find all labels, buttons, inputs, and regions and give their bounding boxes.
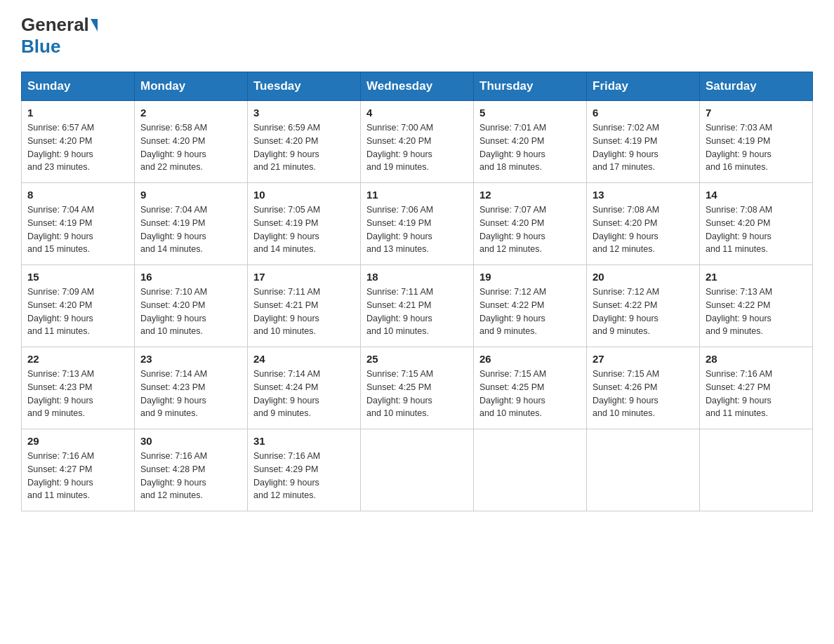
day-cell-1: 1Sunrise: 6:57 AMSunset: 4:20 PMDaylight… <box>22 101 135 183</box>
week-row-2: 8Sunrise: 7:04 AMSunset: 4:19 PMDaylight… <box>22 183 813 265</box>
day-info: Sunrise: 7:15 AMSunset: 4:25 PMDaylight:… <box>366 368 468 420</box>
day-info: Sunrise: 7:04 AMSunset: 4:19 PMDaylight:… <box>140 203 241 256</box>
day-cell-7: 7Sunrise: 7:03 AMSunset: 4:19 PMDaylight… <box>700 101 813 183</box>
header: General Blue <box>21 14 813 58</box>
day-cell-18: 18Sunrise: 7:11 AMSunset: 4:21 PMDayligh… <box>361 265 474 347</box>
day-info: Sunrise: 7:05 AMSunset: 4:19 PMDaylight:… <box>253 203 355 256</box>
empty-cell <box>361 429 474 511</box>
day-cell-20: 20Sunrise: 7:12 AMSunset: 4:22 PMDayligh… <box>587 265 700 347</box>
day-number: 14 <box>706 189 807 201</box>
day-number: 22 <box>27 353 128 365</box>
weekday-header-saturday: Saturday <box>700 72 813 101</box>
day-info: Sunrise: 7:12 AMSunset: 4:22 PMDaylight:… <box>479 286 581 338</box>
day-info: Sunrise: 7:14 AMSunset: 4:23 PMDaylight:… <box>140 368 241 420</box>
day-number: 15 <box>27 271 128 283</box>
week-row-1: 1Sunrise: 6:57 AMSunset: 4:20 PMDaylight… <box>22 101 813 183</box>
day-number: 24 <box>253 353 355 365</box>
day-number: 27 <box>593 353 694 365</box>
day-number: 25 <box>366 353 468 365</box>
day-info: Sunrise: 7:11 AMSunset: 4:21 PMDaylight:… <box>253 286 355 338</box>
day-cell-8: 8Sunrise: 7:04 AMSunset: 4:19 PMDaylight… <box>22 183 135 265</box>
day-info: Sunrise: 7:15 AMSunset: 4:26 PMDaylight:… <box>593 368 694 420</box>
day-number: 9 <box>140 189 241 201</box>
day-cell-15: 15Sunrise: 7:09 AMSunset: 4:20 PMDayligh… <box>22 265 135 347</box>
day-info: Sunrise: 6:58 AMSunset: 4:20 PMDaylight:… <box>140 121 241 174</box>
day-info: Sunrise: 7:15 AMSunset: 4:25 PMDaylight:… <box>479 368 581 420</box>
weekday-header-sunday: Sunday <box>22 72 135 101</box>
day-cell-24: 24Sunrise: 7:14 AMSunset: 4:24 PMDayligh… <box>248 347 361 429</box>
logo: General Blue <box>21 14 99 58</box>
day-number: 31 <box>253 435 355 447</box>
calendar-header: SundayMondayTuesdayWednesdayThursdayFrid… <box>22 72 813 101</box>
day-info: Sunrise: 7:16 AMSunset: 4:27 PMDaylight:… <box>27 450 128 502</box>
logo-blue-text: Blue <box>21 36 60 58</box>
day-info: Sunrise: 7:13 AMSunset: 4:23 PMDaylight:… <box>27 368 128 420</box>
day-info: Sunrise: 7:02 AMSunset: 4:19 PMDaylight:… <box>593 121 694 174</box>
day-info: Sunrise: 7:16 AMSunset: 4:27 PMDaylight:… <box>706 368 807 420</box>
day-info: Sunrise: 7:01 AMSunset: 4:20 PMDaylight:… <box>479 121 581 174</box>
day-info: Sunrise: 7:03 AMSunset: 4:19 PMDaylight:… <box>706 121 807 174</box>
weekday-header-wednesday: Wednesday <box>361 72 474 101</box>
day-cell-22: 22Sunrise: 7:13 AMSunset: 4:23 PMDayligh… <box>22 347 135 429</box>
day-number: 13 <box>593 189 694 201</box>
day-number: 21 <box>706 271 807 283</box>
day-cell-21: 21Sunrise: 7:13 AMSunset: 4:22 PMDayligh… <box>700 265 813 347</box>
day-cell-28: 28Sunrise: 7:16 AMSunset: 4:27 PMDayligh… <box>700 347 813 429</box>
day-cell-4: 4Sunrise: 7:00 AMSunset: 4:20 PMDaylight… <box>361 101 474 183</box>
week-row-4: 22Sunrise: 7:13 AMSunset: 4:23 PMDayligh… <box>22 347 813 429</box>
day-number: 8 <box>27 189 128 201</box>
day-info: Sunrise: 7:12 AMSunset: 4:22 PMDaylight:… <box>593 286 694 338</box>
day-number: 7 <box>706 107 807 119</box>
logo-general-text: General <box>21 14 89 36</box>
page-container: General Blue SundayMondayTuesdayWednesda… <box>21 14 813 511</box>
week-row-5: 29Sunrise: 7:16 AMSunset: 4:27 PMDayligh… <box>22 429 813 511</box>
day-cell-11: 11Sunrise: 7:06 AMSunset: 4:19 PMDayligh… <box>361 183 474 265</box>
day-number: 5 <box>479 107 581 119</box>
day-cell-26: 26Sunrise: 7:15 AMSunset: 4:25 PMDayligh… <box>474 347 587 429</box>
day-info: Sunrise: 7:07 AMSunset: 4:20 PMDaylight:… <box>479 203 581 256</box>
day-cell-30: 30Sunrise: 7:16 AMSunset: 4:28 PMDayligh… <box>135 429 248 511</box>
day-cell-25: 25Sunrise: 7:15 AMSunset: 4:25 PMDayligh… <box>361 347 474 429</box>
day-cell-17: 17Sunrise: 7:11 AMSunset: 4:21 PMDayligh… <box>248 265 361 347</box>
weekday-header-monday: Monday <box>135 72 248 101</box>
day-info: Sunrise: 7:11 AMSunset: 4:21 PMDaylight:… <box>366 286 468 338</box>
day-cell-13: 13Sunrise: 7:08 AMSunset: 4:20 PMDayligh… <box>587 183 700 265</box>
day-cell-2: 2Sunrise: 6:58 AMSunset: 4:20 PMDaylight… <box>135 101 248 183</box>
calendar-table: SundayMondayTuesdayWednesdayThursdayFrid… <box>21 72 813 511</box>
day-info: Sunrise: 6:57 AMSunset: 4:20 PMDaylight:… <box>27 121 128 174</box>
day-number: 2 <box>140 107 241 119</box>
day-info: Sunrise: 7:06 AMSunset: 4:19 PMDaylight:… <box>366 203 468 256</box>
day-info: Sunrise: 6:59 AMSunset: 4:20 PMDaylight:… <box>253 121 355 174</box>
day-cell-14: 14Sunrise: 7:08 AMSunset: 4:20 PMDayligh… <box>700 183 813 265</box>
day-info: Sunrise: 7:08 AMSunset: 4:20 PMDaylight:… <box>593 203 694 256</box>
day-number: 28 <box>706 353 807 365</box>
day-info: Sunrise: 7:08 AMSunset: 4:20 PMDaylight:… <box>706 203 807 256</box>
day-cell-12: 12Sunrise: 7:07 AMSunset: 4:20 PMDayligh… <box>474 183 587 265</box>
weekday-header-friday: Friday <box>587 72 700 101</box>
day-number: 18 <box>366 271 468 283</box>
calendar-body: 1Sunrise: 6:57 AMSunset: 4:20 PMDaylight… <box>22 101 813 511</box>
day-info: Sunrise: 7:09 AMSunset: 4:20 PMDaylight:… <box>27 286 128 338</box>
empty-cell <box>474 429 587 511</box>
day-cell-5: 5Sunrise: 7:01 AMSunset: 4:20 PMDaylight… <box>474 101 587 183</box>
day-number: 1 <box>27 107 128 119</box>
weekday-header-tuesday: Tuesday <box>248 72 361 101</box>
day-number: 4 <box>366 107 468 119</box>
week-row-3: 15Sunrise: 7:09 AMSunset: 4:20 PMDayligh… <box>22 265 813 347</box>
day-cell-9: 9Sunrise: 7:04 AMSunset: 4:19 PMDaylight… <box>135 183 248 265</box>
day-info: Sunrise: 7:14 AMSunset: 4:24 PMDaylight:… <box>253 368 355 420</box>
day-number: 20 <box>593 271 694 283</box>
day-cell-10: 10Sunrise: 7:05 AMSunset: 4:19 PMDayligh… <box>248 183 361 265</box>
day-info: Sunrise: 7:13 AMSunset: 4:22 PMDaylight:… <box>706 286 807 338</box>
day-info: Sunrise: 7:16 AMSunset: 4:29 PMDaylight:… <box>253 450 355 502</box>
day-cell-29: 29Sunrise: 7:16 AMSunset: 4:27 PMDayligh… <box>22 429 135 511</box>
day-cell-27: 27Sunrise: 7:15 AMSunset: 4:26 PMDayligh… <box>587 347 700 429</box>
day-number: 30 <box>140 435 241 447</box>
day-cell-3: 3Sunrise: 6:59 AMSunset: 4:20 PMDaylight… <box>248 101 361 183</box>
day-cell-6: 6Sunrise: 7:02 AMSunset: 4:19 PMDaylight… <box>587 101 700 183</box>
day-cell-23: 23Sunrise: 7:14 AMSunset: 4:23 PMDayligh… <box>135 347 248 429</box>
empty-cell <box>700 429 813 511</box>
day-info: Sunrise: 7:04 AMSunset: 4:19 PMDaylight:… <box>27 203 128 256</box>
logo-arrow-icon <box>91 19 98 32</box>
day-cell-31: 31Sunrise: 7:16 AMSunset: 4:29 PMDayligh… <box>248 429 361 511</box>
